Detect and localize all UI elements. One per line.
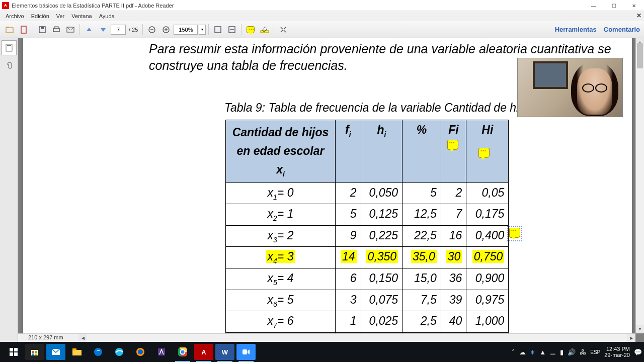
edge-icon[interactable] <box>89 344 108 360</box>
zoom-dropdown-icon[interactable]: ▼ <box>199 25 206 35</box>
bluetooth-icon[interactable]: ∗ <box>530 348 535 356</box>
page-number-input[interactable] <box>111 25 126 35</box>
menu-archivo[interactable]: Archivo <box>2 12 28 20</box>
svg-rect-30 <box>72 348 76 350</box>
onedrive-icon[interactable]: ☁ <box>519 348 526 356</box>
maximize-button[interactable]: ☐ <box>604 0 624 11</box>
table-row: x6= 530,0757,5390,975 <box>226 290 509 311</box>
adobe-reader-taskbar-icon[interactable]: A <box>194 344 213 360</box>
svg-rect-41 <box>243 349 247 354</box>
sticky-note-icon[interactable] <box>478 148 490 158</box>
header-xi: Cantidad de hijos en edad escolar xi <box>226 120 336 183</box>
svg-rect-2 <box>21 26 26 33</box>
table-row: x4= 3140,35035,0300,750 <box>226 247 509 268</box>
highlight-icon[interactable] <box>258 23 271 36</box>
mail-icon[interactable] <box>46 344 65 360</box>
fit-window-icon[interactable] <box>211 23 224 36</box>
security-icon[interactable]: ▲ <box>539 348 546 356</box>
page-down-icon[interactable] <box>97 23 110 36</box>
toolbar-separator <box>142 24 143 35</box>
header-hi: hi <box>361 120 403 183</box>
page-dimensions: 210 x 297 mm <box>28 334 63 340</box>
window-controls: — ☐ ✕ <box>584 0 644 11</box>
store-icon[interactable] <box>25 344 44 360</box>
ie-icon[interactable] <box>110 344 129 360</box>
tools-link[interactable]: Herramientas <box>555 26 597 33</box>
windows-taskbar: A W ˄ ☁ ∗ ▲ ⚊ ▮ 🔊 🖧 ESP 12:43 PM 29-mar-… <box>0 342 644 362</box>
notifications-icon[interactable]: 💬 <box>634 348 642 356</box>
menu-ventana[interactable]: Ventana <box>68 12 95 20</box>
vertical-scrollbar[interactable]: ▲ ▼ <box>635 38 644 333</box>
side-panel <box>0 38 18 342</box>
zoom-app-icon[interactable] <box>236 344 256 360</box>
firefox-icon[interactable] <box>131 344 150 360</box>
svg-rect-22 <box>14 352 18 356</box>
table-row: x7= 610,0252,5401,000 <box>226 311 509 333</box>
open-icon[interactable] <box>3 23 16 36</box>
frequency-table: Cantidad de hijos en edad escolar xi fi … <box>225 120 509 342</box>
email-icon[interactable] <box>64 23 77 36</box>
margin-sticky-note[interactable] <box>507 226 522 241</box>
menu-edicion[interactable]: Edición <box>28 12 53 20</box>
svg-rect-29 <box>72 350 82 355</box>
adobe-reader-icon: A <box>2 2 9 9</box>
menu-bar: Archivo Edición Ver Ventana Ayuda ✕ <box>0 11 644 21</box>
table-row: x5= 460,15015,0360,900 <box>226 268 509 290</box>
pdf-page: Para resumir esta información provenient… <box>23 38 632 342</box>
svg-rect-26 <box>32 353 34 355</box>
sticky-note-icon[interactable] <box>447 140 458 150</box>
app-icon[interactable] <box>152 344 171 360</box>
svg-rect-0 <box>6 28 13 33</box>
toolbar-separator <box>208 24 209 35</box>
comment-icon[interactable] <box>244 23 257 36</box>
battery-icon[interactable]: ▮ <box>560 348 564 356</box>
attachments-icon[interactable] <box>2 57 17 72</box>
close-doc-button[interactable]: ✕ <box>636 12 641 19</box>
language-indicator[interactable]: ESP <box>590 349 600 355</box>
svg-point-40 <box>181 350 185 354</box>
clock[interactable]: 12:43 PM 29-mar-20 <box>604 346 630 358</box>
svg-point-34 <box>138 349 143 354</box>
toolbar-separator <box>241 24 242 35</box>
print-icon[interactable] <box>50 23 63 36</box>
header-Hi: Hi <box>466 120 509 183</box>
volume-icon[interactable]: 🔊 <box>568 348 576 356</box>
svg-rect-18 <box>7 45 11 46</box>
page-up-icon[interactable] <box>83 23 96 36</box>
comment-link[interactable]: Comentario <box>604 26 640 33</box>
menu-ayuda[interactable]: Ayuda <box>96 12 118 20</box>
close-button[interactable]: ✕ <box>624 0 644 11</box>
export-pdf-icon[interactable] <box>17 23 30 36</box>
read-mode-icon[interactable] <box>277 23 290 36</box>
zoom-level[interactable]: 150% <box>174 25 198 35</box>
save-icon[interactable] <box>36 23 49 36</box>
table-row: x1= 020,050520,05 <box>226 183 509 204</box>
horizontal-scrollbar[interactable]: 210 x 297 mm ◀ ▶ <box>18 333 635 342</box>
menu-ver[interactable]: Ver <box>53 12 68 20</box>
header-Fi: Fi <box>441 120 466 183</box>
wifi-icon[interactable]: ⚊ <box>550 348 556 356</box>
zoom-out-icon[interactable] <box>145 23 158 36</box>
svg-rect-27 <box>35 353 37 355</box>
start-button[interactable] <box>4 344 23 360</box>
word-icon[interactable]: W <box>215 344 234 360</box>
minimize-button[interactable]: — <box>584 0 604 11</box>
explorer-icon[interactable] <box>67 344 87 360</box>
chrome-icon[interactable] <box>173 344 192 360</box>
table-row: x2= 150,12512,570,175 <box>226 204 509 226</box>
tray-up-icon[interactable]: ˄ <box>512 348 515 356</box>
svg-rect-24 <box>32 351 34 353</box>
fit-width-icon[interactable] <box>225 23 238 36</box>
header-pct: % <box>403 120 441 183</box>
window-title: Elementos básicos de la Estadística PART… <box>12 3 174 9</box>
table-row: x3= 290,22522,5160,400 <box>226 225 509 247</box>
thumbnails-icon[interactable] <box>2 40 17 55</box>
svg-rect-21 <box>10 352 13 356</box>
svg-point-31 <box>94 348 102 356</box>
network-icon[interactable]: 🖧 <box>580 348 586 356</box>
svg-rect-13 <box>215 27 221 33</box>
svg-rect-25 <box>35 351 37 353</box>
webcam-overlay <box>517 58 623 117</box>
page-total-label: / 25 <box>129 27 138 33</box>
zoom-in-icon[interactable] <box>159 23 173 36</box>
